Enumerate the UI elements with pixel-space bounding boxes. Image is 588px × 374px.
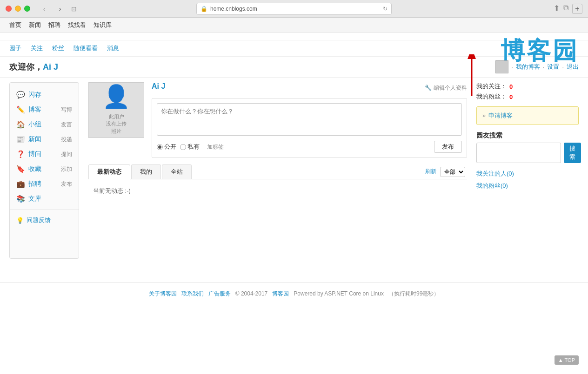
reload-button[interactable]: ↻	[383, 6, 388, 12]
close-button[interactable]	[6, 6, 12, 12]
footer-site[interactable]: 博客园	[272, 290, 289, 297]
radio-group: 公开 私有	[157, 143, 200, 151]
apply-prefix: »	[482, 112, 486, 119]
tab-mine[interactable]: 我的	[131, 164, 161, 179]
window-icon: ⊡	[71, 5, 77, 13]
welcome-label: 欢迎你，	[9, 62, 43, 72]
following-link[interactable]: 我关注的人(0)	[476, 170, 579, 178]
profile-username: Ai J	[152, 82, 165, 91]
footer-powered: Powered by ASP.NET Core on Linux	[294, 290, 384, 297]
nav-garden[interactable]: 园子	[9, 44, 21, 52]
sidebar-item-recruit[interactable]: 💼 招聘 发布	[10, 177, 79, 191]
tab-latest[interactable]: 最新动态	[88, 164, 130, 179]
red-arrow	[453, 54, 490, 101]
maximize-button[interactable]	[24, 6, 30, 12]
radio-private-circle	[180, 144, 186, 150]
post-box: 公开 私有 加标签 发布	[152, 98, 467, 158]
lock-icon: 🔒	[200, 6, 207, 12]
feedback-link[interactable]: 问题反馈	[27, 216, 51, 224]
follow-count: 0	[509, 83, 513, 90]
main-header: 博客园	[0, 33, 588, 40]
nav-messages[interactable]: 消息	[107, 44, 119, 52]
user-stats: 我的关注： 0 我的粉丝： 0	[476, 82, 579, 101]
sidebar-item-blog[interactable]: ✏️ 博客 写博	[10, 102, 79, 117]
search-input[interactable]	[476, 143, 561, 163]
footer-perf: （执行耗时99毫秒）	[388, 290, 439, 297]
sidebar-action-favorites: 添加	[61, 165, 72, 173]
sidebar-action-news: 投递	[61, 136, 72, 144]
minimize-button[interactable]	[15, 6, 21, 12]
secondary-nav: 园子 关注 粉丝 随便看看 消息	[0, 40, 588, 57]
sidebar-item-qa[interactable]: ❓ 博问 提问	[10, 147, 79, 162]
sidebar-action-group: 发言	[61, 121, 72, 129]
my-blog-link[interactable]: 我的博客	[516, 63, 540, 71]
sidebar-label-library: 文库	[28, 195, 41, 203]
search-button[interactable]: 搜索	[564, 143, 581, 163]
footer-about[interactable]: 关于博客园	[149, 290, 177, 297]
fans-link[interactable]: 我的粉丝(0)	[476, 182, 579, 190]
recruit-icon: 💼	[16, 180, 25, 188]
add-tag-button[interactable]: 加标签	[207, 143, 224, 151]
sidebar-item-flash[interactable]: 💬 闪存	[10, 87, 79, 102]
traffic-lights	[6, 6, 30, 12]
footer-ads[interactable]: 广告服务	[208, 290, 231, 297]
sidebar-item-news[interactable]: 📰 新闻 投递	[10, 132, 79, 147]
search-box-area: 园友搜索 搜索	[476, 131, 579, 163]
forward-button[interactable]: ›	[53, 4, 67, 13]
apply-blog-link[interactable]: 申请博客	[488, 112, 513, 119]
back-button[interactable]: ‹	[38, 4, 51, 13]
tab-all[interactable]: 全站	[162, 164, 192, 179]
sidebar-action-recruit: 发布	[61, 180, 72, 188]
group-icon: 🏠	[16, 120, 25, 129]
nav-follow[interactable]: 关注	[31, 44, 43, 52]
radio-private[interactable]: 私有	[180, 143, 200, 151]
new-tab-button[interactable]: +	[572, 4, 582, 14]
qa-icon: ❓	[16, 150, 25, 158]
tabs-bar: 最新动态 我的 全站 刷新 全部	[88, 164, 467, 179]
post-textarea[interactable]	[157, 103, 462, 136]
sidebar-label-flash: 闪存	[28, 91, 41, 99]
nav-news[interactable]: 新闻	[29, 21, 41, 29]
nav-wiki[interactable]: 知识库	[94, 21, 112, 29]
main-content: 💬 闪存 ✏️ 博客 写博 🏠 小组 发言 📰 新闻 投递	[0, 78, 588, 263]
follow-stat: 我的关注： 0	[476, 82, 579, 91]
filter-select[interactable]: 全部	[440, 167, 465, 177]
profile-header: 👤 此用户 没有上传 照片 Ai J 🔧 编辑个人资料	[88, 82, 467, 158]
sidebar-item-library[interactable]: 📚 文库	[10, 191, 79, 206]
profile-info: Ai J 🔧 编辑个人资料 公开	[152, 82, 467, 158]
logout-link[interactable]: 退出	[567, 63, 579, 71]
nav-browse[interactable]: 随便看看	[74, 44, 98, 52]
nav-fans[interactable]: 粉丝	[52, 44, 64, 52]
flash-icon: 💬	[16, 91, 25, 99]
footer-contact[interactable]: 联系我们	[181, 290, 204, 297]
edit-icon: 🔧	[425, 85, 432, 91]
settings-link[interactable]: 设置	[547, 63, 559, 71]
sidebar-divider	[10, 209, 79, 210]
split-button[interactable]: ⧉	[563, 4, 568, 14]
footer-copyright: © 2004-2017	[235, 290, 268, 297]
nav-find[interactable]: 找找看	[68, 21, 86, 29]
nav-jobs[interactable]: 招聘	[48, 21, 60, 29]
share-button[interactable]: ⬆	[554, 4, 560, 14]
user-bar: 欢迎你，Ai J · 我的博客 · 设置 · 退出	[0, 57, 588, 78]
refresh-area: 刷新 全部	[425, 167, 467, 177]
nav-home[interactable]: 首页	[9, 21, 21, 29]
nav-buttons: ‹ ›	[38, 4, 67, 13]
sidebar-action-qa: 提问	[61, 151, 72, 158]
sidebar-item-favorites[interactable]: 🔖 收藏 添加	[10, 162, 79, 177]
top-nav: 首页 新闻 招聘 找找看 知识库	[0, 18, 588, 33]
radio-public-circle	[157, 144, 163, 150]
sidebar-item-group[interactable]: 🏠 小组 发言	[10, 117, 79, 132]
library-icon: 📚	[16, 195, 25, 203]
post-submit-button[interactable]: 发布	[434, 141, 462, 153]
refresh-link[interactable]: 刷新	[425, 168, 436, 176]
radio-public[interactable]: 公开	[157, 143, 176, 151]
url-text: home.cnblogs.com	[210, 6, 257, 12]
welcome-text: 欢迎你，Ai J	[9, 61, 58, 72]
sidebar-label-news: 新闻	[28, 135, 41, 144]
sidebar-label-group: 小组	[28, 120, 41, 129]
sidebar-feedback[interactable]: 💡 问题反馈	[10, 212, 79, 228]
address-bar[interactable]: 🔒 home.cnblogs.com ↻	[196, 3, 392, 15]
sidebar-label-blog: 博客	[28, 105, 41, 114]
sidebar-label-favorites: 收藏	[28, 165, 41, 173]
